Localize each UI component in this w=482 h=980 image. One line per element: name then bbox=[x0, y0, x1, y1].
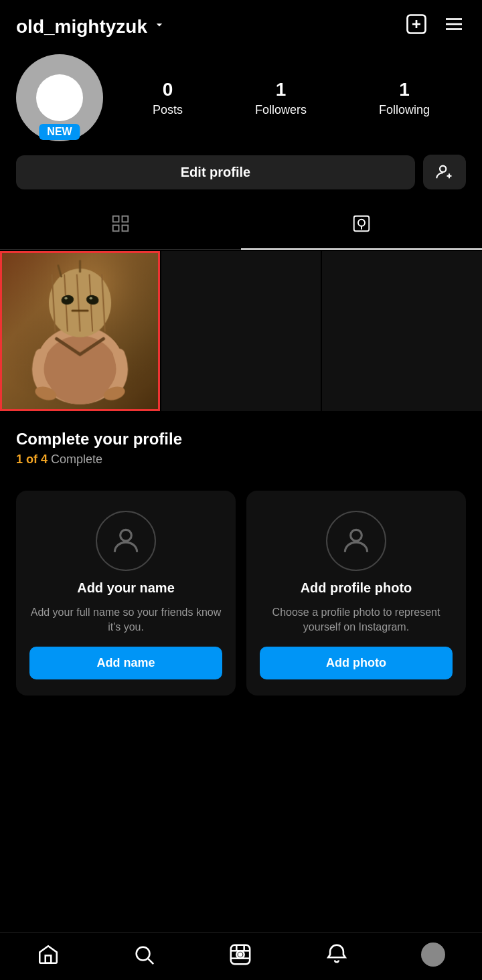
svg-rect-9 bbox=[113, 216, 119, 222]
header-left: old_mightyzuk bbox=[16, 16, 166, 37]
complete-profile-rest: Complete bbox=[48, 453, 102, 466]
edit-profile-button[interactable]: Edit profile bbox=[16, 155, 415, 189]
svg-point-18 bbox=[137, 947, 150, 961]
action-row: Edit profile bbox=[0, 155, 482, 203]
svg-line-19 bbox=[149, 959, 154, 964]
following-count: 1 bbox=[399, 79, 410, 100]
nav-notifications[interactable] bbox=[325, 943, 348, 966]
posts-label: Posts bbox=[153, 103, 183, 117]
username-label[interactable]: old_mightyzuk bbox=[16, 16, 147, 37]
add-name-icon bbox=[96, 511, 156, 571]
header-right bbox=[404, 12, 466, 41]
add-photo-title: Add profile photo bbox=[301, 580, 412, 596]
posts-stat[interactable]: 0 Posts bbox=[153, 79, 183, 117]
nav-search[interactable] bbox=[133, 943, 155, 966]
add-person-button[interactable] bbox=[423, 155, 466, 189]
menu-icon[interactable] bbox=[442, 12, 466, 41]
add-name-desc: Add your full name so your friends know … bbox=[29, 605, 222, 635]
profile-section: NEW 0 Posts 1 Followers 1 Following bbox=[0, 48, 482, 155]
grid-item-1[interactable] bbox=[0, 251, 160, 411]
avatar-placeholder bbox=[36, 74, 83, 121]
nav-profile[interactable] bbox=[421, 943, 445, 967]
complete-profile-title: Complete your profile bbox=[16, 430, 466, 448]
followers-label: Followers bbox=[255, 103, 307, 117]
tab-grid[interactable] bbox=[0, 203, 241, 249]
nav-home[interactable] bbox=[37, 943, 60, 966]
complete-profile-highlight: 1 of 4 bbox=[16, 453, 48, 466]
cards-row: Add your name Add your full name so your… bbox=[0, 480, 482, 707]
avatar-wrapper: NEW bbox=[16, 54, 103, 141]
svg-point-22 bbox=[239, 953, 242, 956]
svg-rect-11 bbox=[113, 226, 119, 232]
complete-profile-section: Complete your profile 1 of 4 Complete bbox=[0, 411, 482, 480]
add-photo-icon bbox=[326, 511, 386, 571]
photo-grid bbox=[0, 251, 482, 411]
header: old_mightyzuk bbox=[0, 0, 482, 48]
grid-icon bbox=[110, 214, 131, 238]
add-name-button[interactable]: Add name bbox=[29, 647, 222, 679]
svg-point-6 bbox=[440, 166, 446, 172]
new-badge: NEW bbox=[39, 124, 80, 140]
tabs-row bbox=[0, 203, 482, 250]
add-photo-card: Add profile photo Choose a profile photo… bbox=[246, 491, 466, 696]
complete-profile-subtitle: 1 of 4 Complete bbox=[16, 453, 466, 467]
svg-point-15 bbox=[120, 529, 132, 541]
stats-row: 0 Posts 1 Followers 1 Following bbox=[116, 79, 466, 117]
add-name-card: Add your name Add your full name so your… bbox=[16, 491, 236, 696]
svg-point-16 bbox=[351, 529, 362, 541]
svg-rect-10 bbox=[123, 216, 129, 222]
add-photo-button[interactable]: Add photo bbox=[260, 647, 453, 679]
tagged-icon bbox=[351, 214, 372, 238]
following-stat[interactable]: 1 Following bbox=[379, 79, 430, 117]
nav-profile-avatar bbox=[421, 943, 445, 967]
grid-item-2[interactable] bbox=[161, 251, 321, 411]
svg-point-14 bbox=[358, 220, 365, 226]
grid-item-3[interactable] bbox=[322, 251, 482, 411]
add-post-icon[interactable] bbox=[404, 12, 428, 41]
tab-tagged[interactable] bbox=[241, 203, 482, 249]
svg-rect-17 bbox=[46, 955, 52, 963]
bottom-nav bbox=[0, 932, 482, 980]
nav-reels[interactable] bbox=[229, 943, 252, 966]
followers-count: 1 bbox=[276, 79, 287, 100]
following-label: Following bbox=[379, 103, 430, 117]
add-name-title: Add your name bbox=[77, 580, 175, 596]
followers-stat[interactable]: 1 Followers bbox=[255, 79, 307, 117]
add-photo-desc: Choose a profile photo to represent your… bbox=[260, 605, 453, 635]
groot-image bbox=[2, 253, 158, 409]
svg-rect-12 bbox=[123, 226, 129, 232]
chevron-down-icon[interactable] bbox=[153, 18, 166, 35]
posts-count: 0 bbox=[163, 79, 173, 100]
